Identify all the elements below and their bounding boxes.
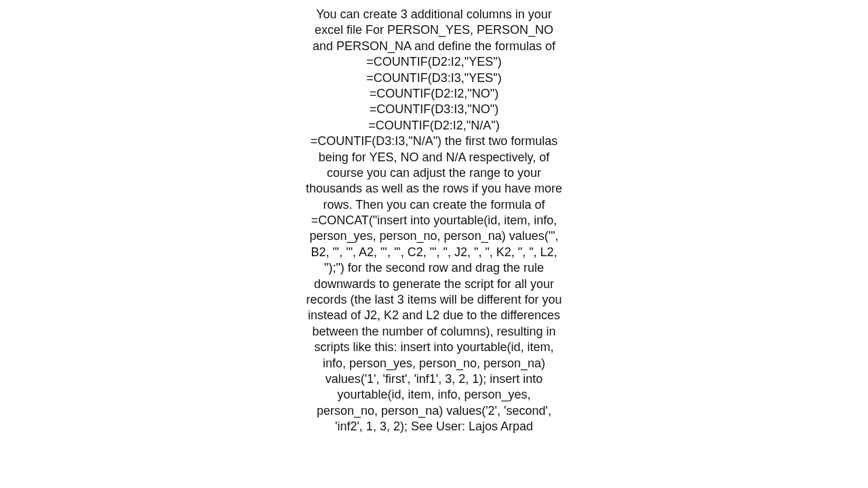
document-body: You can create 3 additional columns in y… xyxy=(305,7,563,435)
page-container: You can create 3 additional columns in y… xyxy=(0,0,868,488)
